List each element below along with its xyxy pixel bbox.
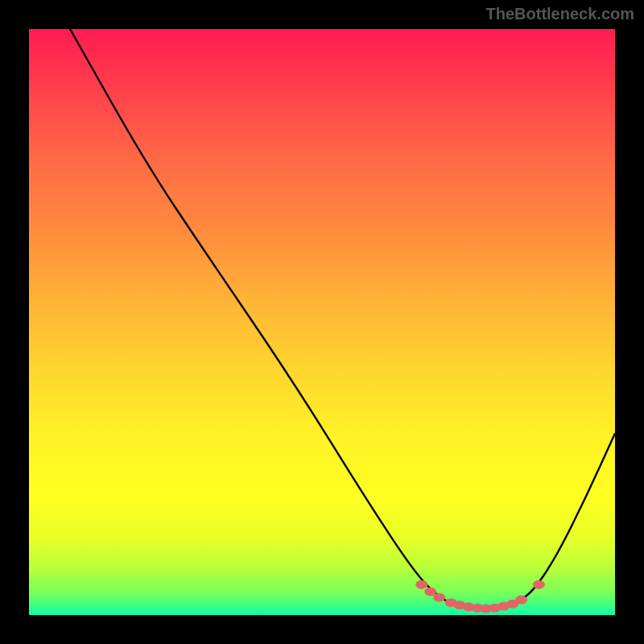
marker-dot [533, 580, 545, 589]
chart-container: TheBottleneck.com [0, 0, 644, 644]
plot-area [29, 29, 615, 615]
marker-dot [415, 580, 427, 589]
watermark-text: TheBottleneck.com [486, 5, 634, 23]
chart-svg [29, 29, 615, 615]
marker-dot [515, 596, 527, 605]
curve-line [70, 29, 615, 609]
marker-dot [433, 593, 445, 602]
